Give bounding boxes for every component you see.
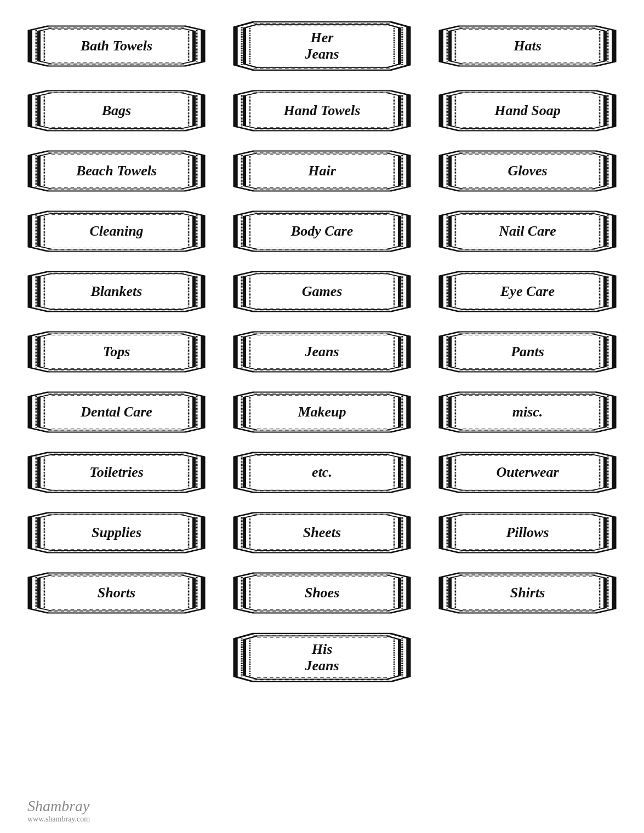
label-text: Hand Towels [271,94,374,128]
label-box: Outerwear [433,447,622,498]
label-frame: Cleaning [26,210,207,252]
label-box: Beach Towels [22,146,211,196]
label-text: Hand Soap [481,94,574,128]
label-frame: Hand Soap [437,90,618,132]
label-text: Makeup [284,395,359,429]
label-box: Dental Care [22,387,211,437]
label-box: Blankets [22,266,211,317]
label-box: Tops [22,327,211,377]
label-text: Tops [90,335,144,369]
label-frame: HerJeans [232,21,412,71]
label-text: Nail Care [486,214,569,248]
label-box: Hair [227,146,417,196]
brand-url: www.shambray.com [27,815,90,823]
label-text: HisJeans [292,632,352,683]
label-box: Body Care [227,206,417,256]
label-frame: Beach Towels [26,150,207,192]
label-box: Supplies [22,507,211,558]
label-box: Pants [433,327,622,377]
label-text: misc. [499,395,556,429]
label-text: Pants [498,335,557,369]
label-box: Hand Towels [227,85,417,136]
label-text: Pillows [493,516,562,550]
label-frame: Body Care [232,210,412,252]
label-frame: Shirts [437,572,618,614]
label-frame: Eye Care [437,271,618,312]
label-frame: Nail Care [437,210,618,252]
label-frame: Dental Care [26,391,207,433]
label-text: Toiletries [76,455,157,489]
label-box: Shoes [227,568,417,618]
label-text: Body Care [278,214,366,248]
label-frame: HisJeans [232,632,412,683]
label-text: Supplies [78,516,155,550]
label-frame: Makeup [232,391,412,433]
label-box: Toiletries [22,447,211,498]
label-frame: Bath Towels [26,25,207,67]
label-text: Beach Towels [63,154,170,188]
label-frame: Hand Towels [232,90,412,132]
label-text: Bath Towels [67,29,166,63]
label-frame: Sheets [232,512,412,554]
label-frame: Shorts [26,572,207,614]
label-box: Cleaning [22,206,211,256]
label-box: Games [227,266,417,317]
label-box: Gloves [433,146,622,196]
label-frame: Hair [232,150,412,192]
label-box: Bath Towels [22,16,211,76]
label-text: Shoes [292,576,353,610]
label-text: Bags [89,94,144,128]
label-frame: Toiletries [26,452,207,493]
label-box: Shorts [22,568,211,618]
label-box: Sheets [227,507,417,558]
label-text: Gloves [494,154,560,188]
label-text: Jeans [292,335,352,369]
label-box: Nail Care [433,206,622,256]
label-text: Cleaning [76,214,156,248]
label-text: Eye Care [487,275,568,309]
label-box: HerJeans [227,16,417,76]
label-box: Makeup [227,387,417,437]
watermark: Shambray www.shambray.com [27,798,90,823]
label-text: HerJeans [292,21,352,71]
label-text: Outerwear [483,455,572,489]
label-text: etc. [299,455,345,489]
label-text: Shirts [497,576,558,610]
label-box: Hats [433,16,622,76]
label-text: Blankets [78,275,156,309]
label-box: Pillows [433,507,622,558]
label-text: Games [289,275,356,309]
label-frame: Blankets [26,271,207,312]
label-text: Dental Care [67,395,166,429]
label-frame: Jeans [232,331,412,373]
label-box: Shirts [433,568,622,618]
label-frame: Tops [26,331,207,373]
label-text: Hats [500,29,555,63]
label-frame: Bags [26,90,207,132]
label-frame: Supplies [26,512,207,554]
label-frame: Hats [437,25,618,67]
label-frame: Gloves [437,150,618,192]
label-box: Eye Care [433,266,622,317]
label-text: Sheets [290,516,354,550]
label-box: HisJeans [227,628,417,687]
label-frame: misc. [437,391,618,433]
label-frame: etc. [232,452,412,493]
brand-name: Shambray [27,798,90,815]
label-frame: Pants [437,331,618,373]
label-box: misc. [433,387,622,437]
label-frame: Pillows [437,512,618,554]
label-frame: Outerwear [437,452,618,493]
label-text: Hair [295,154,349,188]
label-frame: Shoes [232,572,412,614]
label-text: Shorts [84,576,149,610]
label-box: Bags [22,85,211,136]
label-box: etc. [227,447,417,498]
label-box: Jeans [227,327,417,377]
label-box: Hand Soap [433,85,622,136]
label-frame: Games [232,271,412,312]
